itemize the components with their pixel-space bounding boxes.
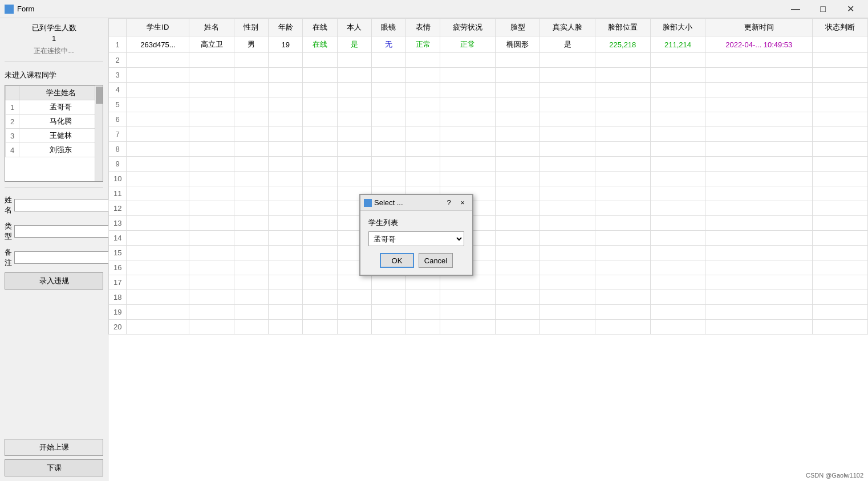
dialog-title-bar: Select ... ? × bbox=[360, 195, 472, 211]
dialog-title-controls: ? × bbox=[443, 197, 469, 209]
dialog-overlay: Select ... ? × 学生列表 孟哥哥马化腾王健林刘强东 OK Canc… bbox=[0, 0, 868, 481]
dialog-select-wrapper: 孟哥哥马化腾王健林刘强东 bbox=[368, 231, 464, 246]
dialog-ok-button[interactable]: OK bbox=[380, 253, 414, 268]
dialog-cancel-button[interactable]: Cancel bbox=[419, 253, 453, 268]
dialog-help-button[interactable]: ? bbox=[443, 197, 455, 209]
dialog-title: Select ... bbox=[374, 198, 440, 207]
student-select[interactable]: 孟哥哥马化腾王健林刘强东 bbox=[368, 231, 464, 246]
dialog-icon bbox=[364, 199, 372, 207]
dialog-close-button[interactable]: × bbox=[456, 197, 469, 209]
select-dialog: Select ... ? × 学生列表 孟哥哥马化腾王健林刘强东 OK Canc… bbox=[359, 194, 473, 276]
dialog-body: 学生列表 孟哥哥马化腾王健林刘强东 OK Cancel bbox=[360, 211, 472, 275]
dialog-field-label: 学生列表 bbox=[368, 218, 464, 228]
dialog-buttons: OK Cancel bbox=[368, 253, 464, 268]
